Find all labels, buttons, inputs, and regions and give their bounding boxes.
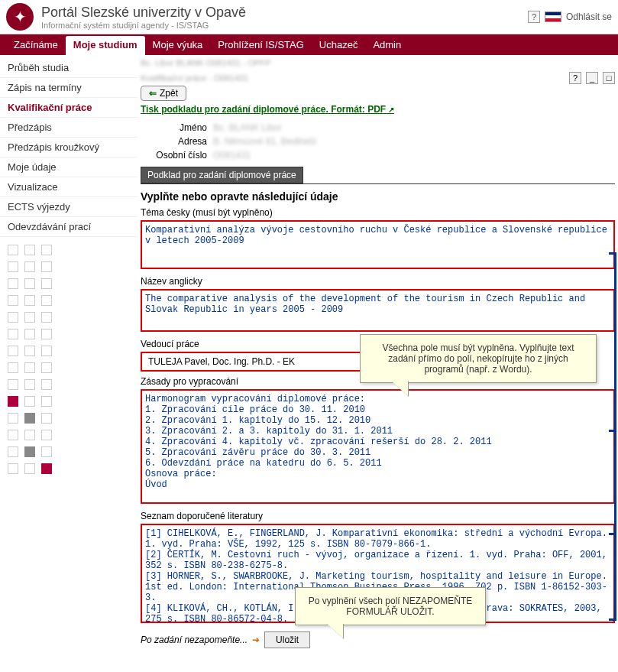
save-prompt: Po zadání nezapomeňte... — [141, 635, 248, 645]
university-logo-icon: ✦ — [6, 3, 34, 31]
site-subtitle: Informační systém studijní agendy - IS/S… — [41, 21, 528, 30]
content-area: Bc. Libor BLANK O081431 - OPFP Kvalifika… — [138, 55, 618, 656]
bracket-annotation-icon — [609, 430, 616, 621]
sidebar-item-kvalifikacni[interactable]: Kvalifikační práce — [0, 98, 138, 118]
breadcrumb-user: Bc. Libor BLANK O081431 - OPFP — [141, 55, 615, 70]
back-button[interactable]: Zpět — [141, 86, 186, 101]
value-personal-number: O081431 — [213, 150, 251, 161]
sidebar-item-moje-udaje[interactable]: Moje údaje — [0, 157, 138, 177]
nav-uchazec[interactable]: Uchazeč — [312, 34, 366, 55]
sidebar: Průběh studia Zápis na termíny Kvalifika… — [0, 55, 138, 656]
form-heading: Vyplňte nebo opravte následující údaje — [141, 190, 615, 203]
pdf-export-link[interactable]: Tisk podkladu pro zadání diplomové práce… — [141, 104, 394, 115]
student-info-table: JménoBc. BLANK Libor AdresaB. Němcové 81… — [141, 121, 615, 162]
arrow-right-icon: ➔ — [252, 635, 260, 645]
input-title-en[interactable] — [141, 289, 615, 332]
sidebar-item-prubeh[interactable]: Průběh studia — [0, 58, 138, 78]
site-title: Portál Slezské univerzity v Opavě — [41, 5, 528, 21]
label-address: Adresa — [141, 136, 213, 147]
section-header: Podklad pro zadání diplomové práce — [141, 167, 303, 183]
nav-moje-vyuka[interactable]: Moje výuka — [145, 34, 211, 55]
label-name: Jméno — [141, 122, 213, 133]
save-button[interactable]: Uložit — [264, 631, 310, 648]
value-name: Bc. BLANK Libor — [213, 122, 282, 133]
sidebar-item-predzapis-krouzkovy[interactable]: Předzápis kroužkový — [0, 138, 138, 157]
logout-link[interactable]: Odhlásit se — [566, 11, 612, 22]
sidebar-item-zapis[interactable]: Zápis na termíny — [0, 78, 138, 98]
nav-zaciname[interactable]: Začínáme — [6, 34, 66, 55]
label-literature: Seznam doporučené literatury — [141, 511, 615, 521]
sidebar-item-vizualizace[interactable]: Vizualizace — [0, 177, 138, 197]
callout-save-reminder: Po vyplnění všech polí NEZAPOMEŇTE FORMU… — [295, 587, 486, 625]
sidebar-item-predzapis[interactable]: Předzápis — [0, 118, 138, 138]
portlet-minimize-button[interactable]: _ — [586, 72, 598, 84]
input-principles[interactable] — [141, 389, 615, 504]
sidebar-item-ects[interactable]: ECTS výjezdy — [0, 197, 138, 217]
flag-uk-icon[interactable] — [545, 11, 561, 22]
main-nav: Začínáme Moje studium Moje výuka Prohlíž… — [0, 34, 618, 55]
select-supervisor[interactable]: TULEJA Pavel, Doc. Ing. Ph.D. - EK — [141, 352, 385, 372]
sidebar-decoration — [0, 237, 138, 488]
input-topic-cs[interactable] — [141, 220, 615, 269]
label-title-en: Název anglicky — [141, 276, 615, 287]
value-address: B. Němcové 81, Bediheší — [213, 136, 316, 147]
sidebar-item-odevzdavani[interactable]: Odevzdávání prací — [0, 217, 138, 237]
label-personal-number: Osobní číslo — [141, 150, 213, 161]
top-bar: ✦ Portál Slezské univerzity v Opavě Info… — [0, 0, 618, 34]
breadcrumb-page: Kvalifikační práce - O081431 — [141, 70, 248, 86]
label-topic-cs: Téma česky (musí být vyplněno) — [141, 207, 615, 218]
portlet-maximize-button[interactable]: □ — [603, 72, 615, 84]
help-button[interactable]: ? — [528, 11, 540, 23]
nav-admin[interactable]: Admin — [365, 34, 409, 55]
callout-fill-fields: Všechna pole musí být vyplněna. Vyplňujt… — [360, 334, 597, 383]
nav-prohlizeni[interactable]: Prohlížení IS/STAG — [210, 34, 311, 55]
nav-moje-studium[interactable]: Moje studium — [66, 36, 145, 55]
portlet-help-button[interactable]: ? — [569, 72, 581, 84]
